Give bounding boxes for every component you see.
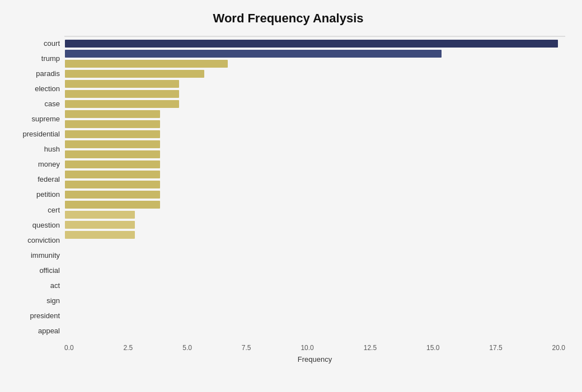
y-axis-label: presidential <box>23 130 60 138</box>
bar <box>65 221 135 229</box>
bar-row <box>65 109 565 119</box>
y-axis-label: case <box>45 100 60 107</box>
bar <box>65 70 204 78</box>
bar <box>65 140 160 148</box>
x-axis-tick: 0.0 <box>64 344 74 352</box>
y-axis-label: president <box>30 312 60 319</box>
bar-row <box>65 79 565 89</box>
bar-row <box>65 99 565 109</box>
bar-row <box>65 210 565 220</box>
y-axis-label: petition <box>36 191 60 198</box>
bar-row <box>65 89 565 99</box>
chart-container: Word Frequency Analysis courttrumpparadi… <box>0 0 582 392</box>
bar <box>65 231 135 239</box>
y-axis-label: hush <box>44 145 60 153</box>
plot-area <box>64 36 565 37</box>
bar-row <box>65 230 565 240</box>
bar <box>65 150 160 158</box>
bar-row <box>65 149 565 159</box>
bar <box>65 50 442 58</box>
bar-row <box>65 119 565 129</box>
bar-row <box>65 49 565 59</box>
bar-row <box>65 190 565 200</box>
y-axis-label: appeal <box>38 327 60 334</box>
y-axis-label: question <box>32 221 60 229</box>
y-axis-label: immunity <box>31 252 60 259</box>
y-axis-label: paradis <box>36 70 60 77</box>
bar <box>65 181 160 188</box>
bar-row <box>65 169 565 180</box>
x-axis-tick: 17.5 <box>489 344 502 352</box>
bar <box>65 100 179 108</box>
bar-row <box>65 180 565 190</box>
y-axis-label: election <box>35 85 60 92</box>
bar <box>65 130 160 138</box>
y-axis-label: act <box>50 282 60 289</box>
bar-row <box>65 69 565 79</box>
bar <box>65 90 179 98</box>
bar <box>65 120 160 128</box>
x-axis-label: Frequency <box>64 355 565 363</box>
y-axis-labels: courttrumpparadiselectioncasesupremepres… <box>11 36 64 338</box>
chart-title: Word Frequency Analysis <box>11 11 565 26</box>
x-axis-tick: 20.0 <box>552 344 565 352</box>
bar <box>65 160 160 168</box>
x-axis-tick: 10.0 <box>301 344 313 352</box>
bar-row <box>65 39 565 49</box>
y-axis-label: federal <box>37 176 60 183</box>
bar-row <box>65 139 565 149</box>
chart-area: courttrumpparadiselectioncasesupremepres… <box>11 36 565 338</box>
bar <box>65 110 160 118</box>
y-axis-label: money <box>38 160 60 168</box>
y-axis-label: supreme <box>31 115 60 122</box>
bar <box>65 201 160 209</box>
x-axis-tick: 12.5 <box>364 344 377 352</box>
x-axis-tick: 5.0 <box>182 344 192 352</box>
x-axis-tick: 7.5 <box>242 344 251 352</box>
y-axis-label: official <box>39 267 60 274</box>
y-axis-label: court <box>44 40 60 47</box>
bar-row <box>65 159 565 169</box>
y-axis-label: trump <box>41 55 60 62</box>
bar-row <box>65 129 565 139</box>
bar <box>65 60 228 68</box>
y-axis-label: cert <box>48 206 60 214</box>
x-axis-tick: 2.5 <box>124 344 133 352</box>
bar <box>65 191 160 199</box>
bar-row <box>65 200 565 210</box>
bar <box>65 40 558 48</box>
x-axis-area: 0.02.55.07.510.012.515.017.520.0 Frequen… <box>64 344 565 363</box>
bar-row <box>65 220 565 230</box>
bar <box>65 171 160 178</box>
y-axis-label: conviction <box>27 237 60 244</box>
bar-row <box>65 59 565 69</box>
y-axis-label: sign <box>46 297 60 304</box>
bar <box>65 211 135 219</box>
x-axis-tick: 15.0 <box>426 344 439 352</box>
bar <box>65 80 179 88</box>
